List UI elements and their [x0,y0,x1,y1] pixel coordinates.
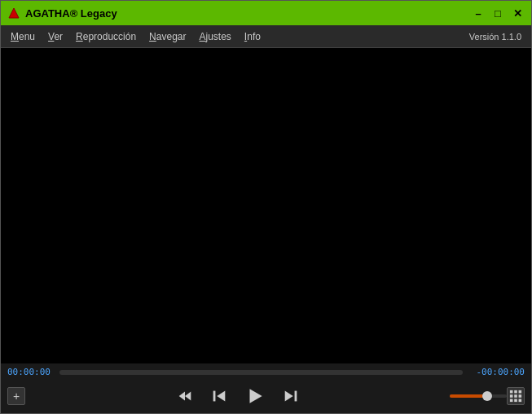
app-title: AGATHA® Legacy [25,7,471,20]
volume-row [450,394,507,398]
menu-bar: Menu Ver Reproducción Navegar Ajustes In… [1,25,531,48]
add-button[interactable]: + [7,387,25,405]
minimize-button[interactable]: – [471,6,486,20]
skip-forward-icon [282,387,300,405]
svg-marker-4 [217,391,225,402]
bottom-controls: 00:00:00 -00:00:00 + [1,363,531,413]
svg-rect-9 [514,390,517,394]
title-bar: AGATHA® Legacy – □ ✕ [1,1,531,25]
svg-rect-10 [519,390,522,394]
svg-rect-11 [510,394,513,398]
progress-track[interactable] [59,370,463,375]
time-remaining: -00:00:00 [468,367,525,377]
svg-rect-15 [514,399,517,403]
svg-marker-7 [284,391,292,402]
svg-rect-3 [213,391,215,402]
svg-rect-14 [510,399,513,403]
skip-back-button[interactable] [205,385,233,407]
svg-marker-0 [9,8,19,18]
window-controls: – □ ✕ [471,6,525,20]
menu-item-ver[interactable]: Ver [42,28,69,46]
svg-marker-1 [178,392,184,401]
maximize-button[interactable]: □ [490,6,505,20]
app-window: AGATHA® Legacy – □ ✕ Menu Ver Reproducci… [0,0,532,414]
play-button[interactable] [240,384,270,408]
app-logo-icon [7,7,20,20]
playback-row: + [1,381,531,413]
svg-rect-13 [519,394,522,398]
svg-marker-2 [185,392,191,401]
version-label: Versión 1.1.0 [463,29,528,45]
progress-bar-row: 00:00:00 -00:00:00 [1,363,531,381]
volume-slider[interactable] [450,394,507,398]
skip-forward-button[interactable] [277,385,305,407]
svg-rect-8 [510,390,513,394]
svg-rect-16 [519,399,522,403]
grid-button[interactable] [507,387,525,405]
menu-item-ajustes[interactable]: Ajustes [192,28,237,46]
menu-item-navegar[interactable]: Navegar [143,28,192,46]
menu-item-menu[interactable]: Menu [4,28,42,46]
grid-icon [509,390,522,403]
play-icon [244,385,266,407]
volume-knob [482,391,492,401]
rewind-button[interactable] [171,385,199,407]
rewind-icon [176,387,194,405]
time-elapsed: 00:00:00 [7,367,55,377]
skip-back-icon [210,387,228,405]
svg-rect-12 [514,394,517,398]
close-button[interactable]: ✕ [510,6,525,20]
menu-item-reproduccion[interactable]: Reproducción [69,28,143,46]
svg-marker-5 [249,389,262,403]
center-controls [25,384,450,408]
menu-item-info[interactable]: Info [238,28,267,46]
svg-rect-6 [294,391,297,402]
content-area [1,48,531,363]
